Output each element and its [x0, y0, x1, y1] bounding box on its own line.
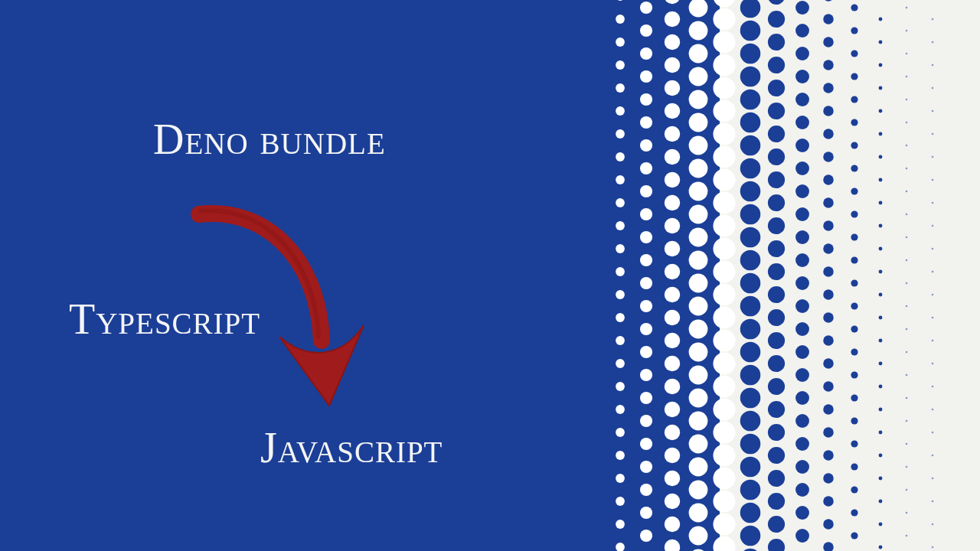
svg-point-118: [713, 306, 735, 328]
svg-point-187: [795, 116, 809, 129]
svg-point-309: [906, 535, 908, 537]
svg-point-195: [795, 299, 809, 313]
svg-point-148: [740, 411, 761, 432]
svg-point-293: [906, 168, 908, 170]
svg-point-210: [823, 37, 834, 47]
svg-point-300: [906, 328, 908, 331]
svg-point-265: [879, 109, 883, 113]
svg-point-288: [906, 53, 908, 55]
svg-point-306: [906, 466, 908, 468]
svg-point-132: [740, 44, 761, 64]
svg-point-32: [640, 139, 652, 152]
svg-point-242: [851, 187, 858, 194]
svg-point-180: [768, 539, 785, 551]
svg-point-71: [665, 425, 680, 440]
svg-point-308: [906, 512, 908, 514]
svg-point-329: [932, 386, 934, 388]
svg-point-212: [823, 83, 834, 93]
svg-point-140: [740, 227, 761, 248]
svg-point-319: [932, 156, 934, 158]
svg-point-67: [665, 333, 680, 348]
svg-point-268: [879, 178, 883, 182]
svg-point-247: [851, 302, 858, 309]
svg-point-43: [640, 392, 652, 404]
svg-point-316: [932, 87, 934, 90]
svg-point-171: [768, 332, 785, 349]
svg-point-98: [689, 458, 708, 477]
svg-point-20: [616, 451, 625, 460]
svg-point-256: [851, 509, 858, 516]
svg-point-156: [768, 0, 785, 5]
svg-point-224: [823, 358, 834, 369]
svg-point-218: [823, 220, 834, 231]
svg-point-38: [640, 277, 652, 289]
svg-point-94: [689, 366, 708, 385]
svg-point-73: [665, 471, 680, 486]
svg-point-217: [823, 197, 834, 208]
svg-point-92: [689, 320, 708, 339]
svg-point-135: [740, 112, 761, 133]
svg-point-53: [665, 11, 680, 27]
svg-point-172: [768, 355, 785, 372]
svg-point-168: [768, 263, 785, 280]
svg-point-30: [640, 93, 652, 106]
svg-point-279: [879, 431, 883, 435]
svg-point-328: [932, 363, 934, 365]
diagram-title: Deno bundle: [153, 115, 386, 164]
svg-point-7: [616, 152, 625, 161]
svg-point-72: [665, 448, 680, 463]
svg-point-287: [906, 30, 908, 32]
svg-point-164: [768, 171, 785, 188]
svg-point-314: [932, 41, 934, 44]
svg-point-85: [689, 159, 708, 178]
svg-point-24: [616, 543, 625, 551]
svg-point-27: [640, 24, 652, 37]
svg-point-267: [879, 155, 883, 159]
svg-point-315: [932, 64, 934, 67]
svg-point-185: [795, 70, 809, 83]
svg-point-198: [795, 368, 809, 382]
svg-point-54: [665, 34, 680, 50]
svg-point-59: [665, 149, 680, 165]
svg-point-12: [616, 267, 625, 276]
svg-point-55: [665, 57, 680, 73]
svg-point-87: [689, 205, 708, 224]
svg-point-52: [665, 0, 680, 4]
source-label: Typescript: [69, 295, 260, 344]
svg-point-104: [713, 0, 735, 8]
svg-point-248: [851, 325, 858, 332]
svg-point-128: [713, 536, 735, 551]
svg-point-229: [823, 473, 834, 484]
svg-point-163: [768, 148, 785, 165]
svg-point-205: [795, 529, 809, 543]
svg-point-189: [795, 161, 809, 175]
svg-point-223: [823, 335, 834, 346]
svg-point-179: [768, 516, 785, 533]
svg-point-289: [906, 76, 908, 78]
svg-point-239: [851, 119, 858, 126]
svg-point-333: [932, 478, 934, 480]
svg-point-113: [713, 191, 735, 214]
svg-point-66: [665, 310, 680, 325]
svg-point-146: [740, 365, 761, 386]
svg-point-305: [906, 443, 908, 445]
target-label: Javascript: [260, 423, 443, 472]
svg-point-74: [665, 494, 680, 509]
svg-point-176: [768, 447, 785, 464]
svg-point-147: [740, 388, 761, 409]
svg-point-95: [689, 389, 708, 408]
svg-point-197: [795, 345, 809, 359]
svg-point-122: [713, 398, 735, 420]
svg-point-4: [616, 83, 625, 93]
svg-point-62: [665, 218, 680, 233]
svg-point-304: [906, 420, 908, 422]
svg-point-49: [640, 530, 652, 542]
svg-point-332: [932, 455, 934, 457]
svg-point-249: [851, 348, 858, 355]
svg-point-272: [879, 270, 883, 274]
svg-point-174: [768, 401, 785, 418]
svg-point-90: [689, 274, 708, 293]
svg-point-60: [665, 172, 680, 187]
svg-point-34: [640, 185, 652, 197]
svg-point-231: [823, 519, 834, 530]
